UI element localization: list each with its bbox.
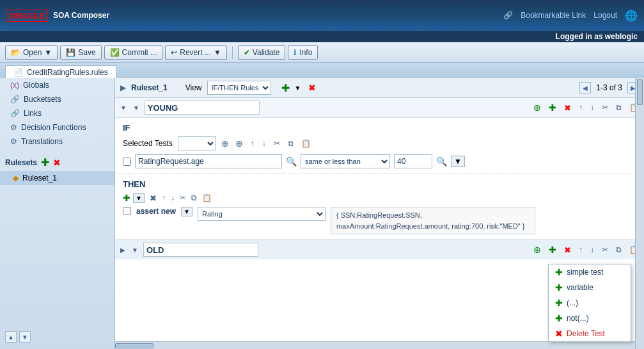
condition-value-search[interactable]: 🔍 — [436, 156, 447, 166]
bookmarkable-link[interactable]: Bookmarkable Link — [521, 11, 586, 20]
dropdown-simple-test[interactable]: ✚ simple test — [549, 264, 631, 280]
pagination-nav: ◀ 1-3 of 3 ▶ — [579, 82, 639, 93]
sidebar-nav-down[interactable]: ▼ — [19, 331, 31, 343]
app-header: ORACLE SOA Composer 🔗 Bookmarkable Link … — [0, 0, 644, 31]
rule-name-input[interactable] — [145, 101, 260, 115]
active-tab[interactable]: 📄 CreditRatingRules.rules — [5, 65, 116, 78]
condition-more-button[interactable]: ▼ — [451, 156, 465, 167]
rule-collapse-right[interactable]: ▼ — [133, 104, 139, 111]
open-dropdown-icon[interactable]: ▼ — [44, 48, 52, 57]
old-copy-icon[interactable]: ⧉ — [616, 245, 622, 254]
view-select[interactable]: IF/THEN Rules — [207, 81, 271, 95]
old-delete-icon[interactable]: ✖ — [564, 245, 571, 255]
sidebar-item-globals[interactable]: (x) Globals — [0, 78, 114, 92]
then-up-button[interactable]: ↑ — [162, 193, 166, 202]
rule-copy-icon[interactable]: ⧉ — [616, 103, 622, 112]
ruleset-header: ▶ Ruleset_1 View IF/THEN Rules ✚ ▼ ✖ ◀ 1… — [115, 78, 644, 98]
condition-operator-select[interactable]: same or less than — [301, 154, 390, 168]
info-icon: ℹ — [294, 48, 297, 57]
then-paste-button[interactable]: 📋 — [202, 193, 212, 202]
rule-add-condition-icon[interactable]: ⊕ — [533, 102, 541, 113]
globals-icon: (x) — [10, 81, 19, 90]
selected-tests-select[interactable] — [178, 136, 216, 150]
horizontal-scrollbar[interactable] — [115, 341, 635, 349]
sidebar-item-links[interactable]: 🔗 Links — [0, 106, 114, 120]
globals-label: Globals — [23, 81, 49, 90]
then-delete-button[interactable]: ✖ — [150, 193, 157, 203]
validate-button[interactable]: ✔ Validate — [238, 45, 285, 60]
old-expand-right[interactable]: ▶ — [120, 247, 125, 254]
save-button[interactable]: 💾 Save — [60, 45, 101, 60]
variable-icon: ✚ — [555, 282, 563, 293]
logged-in-bar: Logged in as weblogic — [0, 31, 644, 42]
action-checkbox[interactable] — [123, 207, 131, 215]
delete-ruleset-button[interactable]: ✖ — [53, 158, 61, 168]
old-rule-section: ▶ ▼ ⊕ ✚ ✖ ↑ ↓ ✂ ⧉ 📋 — [115, 239, 644, 259]
sidebar-nav-up[interactable]: ▲ — [5, 331, 17, 343]
then-add-button[interactable]: ✚ — [123, 193, 130, 203]
condition-search-icon[interactable]: 🔍 — [286, 156, 297, 166]
decision-functions-label: Decision Functions — [21, 123, 86, 132]
logout-link[interactable]: Logout — [593, 11, 617, 20]
add-rule-dropdown[interactable]: ▼ — [295, 85, 301, 92]
selected-tests-label: Selected Tests — [123, 139, 173, 148]
not-icon: ✚ — [555, 313, 563, 323]
toolbar: 📂 Open ▼ 💾 Save ✅ Commit ... ↩ Revert ..… — [0, 42, 644, 63]
dropdown-variable[interactable]: ✚ variable — [549, 280, 631, 295]
dropdown-parens[interactable]: ✚ (...) — [549, 295, 631, 311]
rule-up-icon[interactable]: ↑ — [579, 103, 583, 112]
old-rule-name-input[interactable] — [143, 243, 258, 257]
then-copy-button[interactable]: ⧉ — [191, 193, 197, 202]
revert-dropdown-icon[interactable]: ▼ — [214, 48, 221, 57]
sidebar-item-decision-functions[interactable]: ⚙ Decision Functions — [0, 120, 114, 134]
info-button[interactable]: ℹ Info — [288, 45, 318, 60]
ruleset-collapse-icon[interactable]: ▶ — [120, 83, 126, 92]
old-expand-down[interactable]: ▼ — [132, 247, 138, 254]
tests-scissors[interactable]: ✂ — [274, 139, 280, 148]
old-down-icon[interactable]: ↓ — [590, 245, 594, 254]
simple-test-icon: ✚ — [555, 267, 563, 277]
folder-icon: 📂 — [11, 48, 20, 57]
tests-logic-or[interactable]: ⊕ — [235, 138, 243, 149]
if-block: IF Selected Tests ⊕ ⊕ ↑ ↓ ✂ ⧉ 📋 — [115, 118, 644, 174]
vertical-scrollbar[interactable] — [635, 78, 644, 349]
add-ruleset-button[interactable]: ✚ — [41, 156, 49, 168]
nav-prev[interactable]: ◀ — [579, 82, 591, 93]
ruleset-item[interactable]: ◆ Ruleset_1 — [0, 171, 114, 185]
old-up-icon[interactable]: ↑ — [579, 245, 583, 254]
dropdown-delete-test[interactable]: ✖ Delete Test — [549, 326, 631, 341]
condition-checkbox[interactable] — [123, 158, 131, 166]
tests-logic-and[interactable]: ⊕ — [221, 138, 229, 149]
condition-value-input[interactable] — [394, 154, 432, 168]
add-rule-button[interactable]: ✚ — [281, 82, 290, 94]
old-add-icon[interactable]: ✚ — [549, 245, 556, 255]
rule-down-icon[interactable]: ↓ — [590, 103, 594, 112]
commit-button[interactable]: ✅ Commit ... — [104, 45, 163, 60]
then-down-button[interactable]: ↓ — [171, 193, 175, 202]
open-button[interactable]: 📂 Open ▼ — [5, 45, 58, 60]
rulesets-label: Rulesets — [5, 158, 37, 167]
old-add-condition-icon[interactable]: ⊕ — [533, 245, 541, 255]
delete-rule-button[interactable]: ✖ — [308, 83, 316, 93]
dropdown-not[interactable]: ✚ not(...) — [549, 311, 631, 326]
main-container: (x) Globals 🔗 Bucketsets 🔗 Links ⚙ Decis… — [0, 78, 644, 349]
sidebar-item-translations[interactable]: ⚙ Translations — [0, 134, 114, 149]
tests-copy[interactable]: ⧉ — [288, 139, 294, 148]
tests-paste[interactable]: 📋 — [301, 139, 311, 148]
then-scissors-button[interactable]: ✂ — [180, 193, 186, 202]
then-add-dropdown[interactable]: ▼ — [133, 193, 145, 203]
condition-field-input[interactable] — [135, 154, 282, 168]
then-action-row: assert new ▼ Rating { SSN:RatingRequest.… — [123, 207, 636, 234]
sidebar-item-bucketsets[interactable]: 🔗 Bucketsets — [0, 92, 114, 106]
action-type-select[interactable]: Rating — [198, 207, 326, 221]
tests-down[interactable]: ↓ — [262, 139, 266, 148]
rule-add-icon[interactable]: ✚ — [549, 102, 556, 113]
assert-dropdown-icon[interactable]: ▼ — [181, 207, 192, 216]
rule-collapse-down[interactable]: ▼ — [120, 104, 127, 111]
bucketsets-label: Bucketsets — [24, 95, 61, 104]
revert-button[interactable]: ↩ Revert ... ▼ — [165, 45, 227, 60]
rule-scissors-icon[interactable]: ✂ — [602, 103, 608, 112]
tests-up[interactable]: ↑ — [251, 139, 255, 148]
rule-delete-icon[interactable]: ✖ — [564, 103, 571, 113]
old-scissors-icon[interactable]: ✂ — [602, 245, 608, 254]
